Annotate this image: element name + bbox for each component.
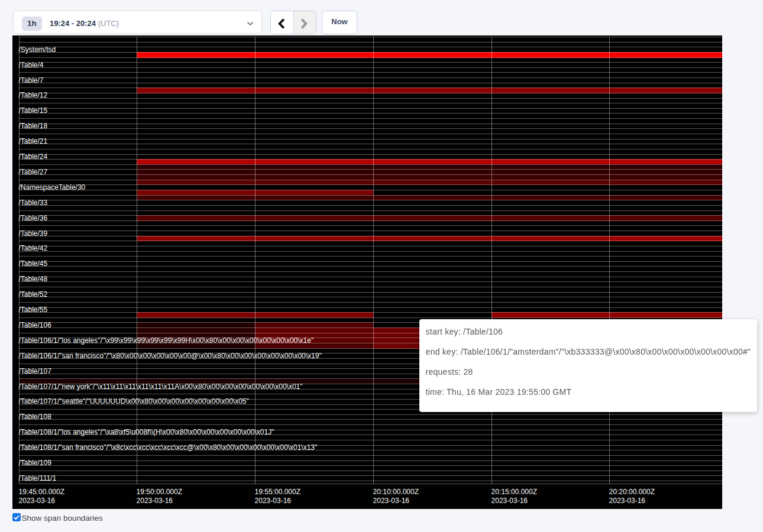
- svg-text:/System/tsd: /System/tsd: [19, 46, 56, 54]
- svg-text:20:10:00.000Z: 20:10:00.000Z: [373, 488, 419, 496]
- svg-text:/Table/106/1/"san francisco"/": /Table/106/1/"san francisco"/"\x80\x00\x…: [19, 352, 322, 360]
- svg-text:/Table/107/1/"seattle"/"UUUUUU: /Table/107/1/"seattle"/"UUUUUUD\x00\x80\…: [19, 397, 249, 406]
- svg-text:/Table/15: /Table/15: [19, 106, 48, 115]
- svg-text:19:50:00.000Z: 19:50:00.000Z: [137, 488, 182, 496]
- svg-text:/Table/108/1/"san francisco"/": /Table/108/1/"san francisco"/"\x8c\xcc\x…: [19, 443, 318, 452]
- svg-text:20:20:00.000Z: 20:20:00.000Z: [609, 488, 655, 496]
- svg-text:/Table/33: /Table/33: [19, 199, 48, 207]
- svg-text:/Table/108/1/"los angeles"/"\x: /Table/108/1/"los angeles"/"\xa8\xf5\u00…: [19, 428, 274, 436]
- svg-text:/Table/7: /Table/7: [19, 76, 44, 85]
- svg-text:/Table/4: /Table/4: [19, 61, 44, 69]
- svg-text:/Table/106: /Table/106: [19, 321, 52, 329]
- svg-text:/Table/55: /Table/55: [19, 306, 48, 314]
- svg-text:19:45:00.000Z: 19:45:00.000Z: [19, 488, 64, 496]
- svg-text:/Table/107/1/"new york"/"\x11\: /Table/107/1/"new york"/"\x11\x11\x11\x1…: [19, 382, 303, 391]
- svg-text:2023-03-16: 2023-03-16: [19, 497, 56, 505]
- svg-text:/Table/52: /Table/52: [19, 290, 48, 299]
- svg-text:2023-03-16: 2023-03-16: [609, 497, 646, 505]
- svg-text:/Table/108: /Table/108: [19, 413, 52, 421]
- svg-text:19:55:00.000Z: 19:55:00.000Z: [255, 488, 300, 496]
- svg-text:/Table/21: /Table/21: [19, 137, 48, 145]
- svg-text:/Table/107: /Table/107: [19, 367, 52, 375]
- svg-text:/Table/42: /Table/42: [19, 244, 48, 252]
- svg-text:/NamespaceTable/30: /NamespaceTable/30: [19, 183, 86, 192]
- svg-text:2023-03-16: 2023-03-16: [137, 497, 173, 505]
- svg-text:/Table/109: /Table/109: [19, 459, 52, 467]
- svg-text:2023-03-16: 2023-03-16: [255, 497, 292, 505]
- svg-text:/Table/111/1: /Table/111/1: [19, 474, 57, 482]
- svg-text:/Table/48: /Table/48: [19, 275, 48, 283]
- svg-text:/Table/18: /Table/18: [19, 122, 48, 130]
- svg-text:/Table/24: /Table/24: [19, 153, 48, 161]
- svg-text:/Table/45: /Table/45: [19, 259, 48, 268]
- svg-text:/Table/27: /Table/27: [19, 168, 48, 176]
- svg-text:/Table/36: /Table/36: [19, 214, 48, 222]
- svg-text:20:15:00.000Z: 20:15:00.000Z: [492, 488, 537, 496]
- svg-text:/Table/106/1/"los angeles"/"\x: /Table/106/1/"los angeles"/"\x99\x99\x99…: [19, 336, 314, 345]
- svg-text:/Table/39: /Table/39: [19, 229, 48, 238]
- svg-text:/Table/12: /Table/12: [19, 91, 48, 99]
- svg-text:2023-03-16: 2023-03-16: [492, 497, 528, 505]
- svg-text:2023-03-16: 2023-03-16: [373, 497, 410, 505]
